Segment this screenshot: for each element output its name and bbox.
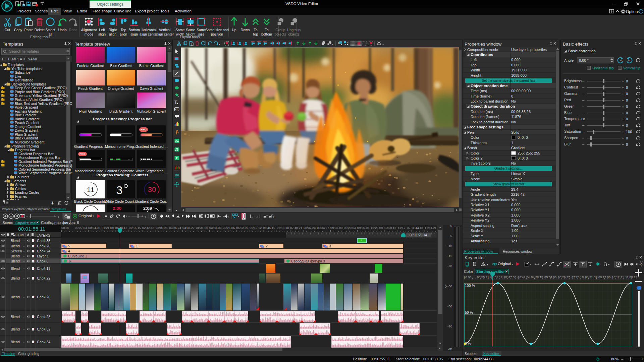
svg-text:11: 11 bbox=[87, 186, 94, 193]
svg-text:90: 90 bbox=[628, 59, 630, 61]
svg-text:T.: T. bbox=[174, 100, 178, 105]
svg-text:♫: ♫ bbox=[256, 215, 259, 218]
svg-text:90: 90 bbox=[620, 59, 622, 61]
svg-text:3: 3 bbox=[116, 184, 123, 196]
svg-text:30: 30 bbox=[148, 185, 156, 194]
svg-text:♫: ♫ bbox=[251, 215, 254, 218]
svg-text:CC: CC bbox=[175, 108, 178, 111]
